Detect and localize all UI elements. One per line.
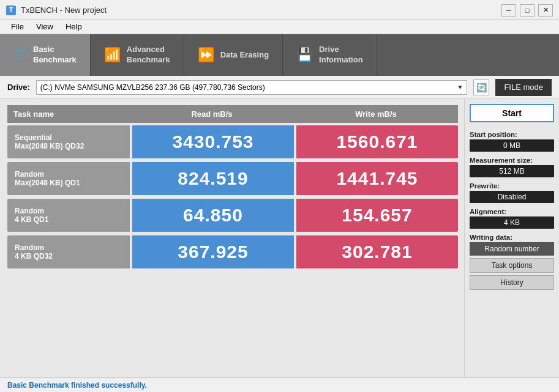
- bench-write-random-4kb-qd1: 154.657: [296, 199, 458, 232]
- writing-data-button[interactable]: Random number: [470, 242, 554, 256]
- drive-selector[interactable]: (C:) NVMe SAMSUNG MZVLB256 237.36 GB (49…: [36, 80, 468, 95]
- basic-benchmark-label: BasicBenchmark: [33, 45, 77, 65]
- drive-label: Drive:: [7, 83, 30, 92]
- bench-label-sequential: SequentialMax(2048 KB) QD32: [7, 125, 130, 158]
- data-erasing-icon: ⏩: [198, 47, 214, 63]
- bench-read-random-4kb-qd32: 367.925: [132, 235, 294, 268]
- start-button[interactable]: Start: [470, 104, 554, 122]
- drive-bar: Drive: (C:) NVMe SAMSUNG MZVLB256 237.36…: [0, 76, 559, 99]
- basic-benchmark-icon: ⏱: [13, 47, 27, 63]
- app-title: TxBENCH - New project: [21, 6, 107, 15]
- header-task-name: Task name: [7, 105, 130, 123]
- toolbar: ⏱ BasicBenchmark 📶 AdvancedBenchmark ⏩ D…: [0, 34, 559, 76]
- advanced-benchmark-icon: 📶: [104, 47, 121, 63]
- bench-write-sequential: 1560.671: [296, 125, 458, 158]
- bench-write-random-4kb-qd32: 302.781: [296, 235, 458, 268]
- close-button[interactable]: ✕: [538, 4, 553, 17]
- drive-refresh-button[interactable]: 🔄: [473, 80, 489, 95]
- drive-information-icon: 💾: [296, 47, 313, 63]
- measurement-size-label: Measurement size:: [470, 157, 554, 164]
- start-position-label: Start position:: [470, 131, 554, 138]
- bench-read-random-qd1-2048: 824.519: [132, 162, 294, 195]
- bench-label-random-4kb-qd32: Random4 KB QD32: [7, 235, 130, 268]
- title-bar-controls: ─ □ ✕: [501, 4, 553, 17]
- toolbar-drive-information[interactable]: 💾 DriveInformation: [283, 34, 377, 76]
- bench-label-random-4kb-qd1: Random4 KB QD1: [7, 199, 130, 232]
- header-write: Write mB/s: [294, 105, 458, 123]
- chevron-down-icon: ▼: [457, 84, 463, 91]
- drive-information-label: DriveInformation: [319, 45, 363, 65]
- status-bar: Basic Benchmark finished successfully.: [0, 377, 559, 392]
- writing-data-label: Writing data:: [470, 234, 554, 241]
- bench-read-sequential: 3430.753: [132, 125, 294, 158]
- benchmark-section: Task name Read mB/s Write mB/s Sequentia…: [0, 99, 464, 377]
- task-options-button[interactable]: Task options: [470, 258, 554, 273]
- toolbar-advanced-benchmark[interactable]: 📶 AdvancedBenchmark: [91, 34, 184, 76]
- header-read: Read mB/s: [130, 105, 294, 123]
- menu-file[interactable]: File: [5, 21, 30, 32]
- menu-help[interactable]: Help: [59, 21, 88, 32]
- menu-bar: File View Help: [0, 20, 559, 34]
- bench-label-random-qd1-2048: RandomMax(2048 KB) QD1: [7, 162, 130, 195]
- app-icon: T: [6, 6, 16, 15]
- status-text: Basic Benchmark finished successfully.: [7, 381, 147, 390]
- minimize-button[interactable]: ─: [501, 4, 516, 17]
- prewrite-value: Disabled: [470, 191, 554, 203]
- title-bar-left: T TxBENCH - New project: [6, 6, 107, 15]
- bench-row-random-qd1-2048: RandomMax(2048 KB) QD1 824.519 1441.745: [7, 162, 458, 195]
- bench-write-random-qd1-2048: 1441.745: [296, 162, 458, 195]
- drive-selector-value: (C:) NVMe SAMSUNG MZVLB256 237.36 GB (49…: [40, 83, 265, 92]
- bench-row-sequential: SequentialMax(2048 KB) QD32 3430.753 156…: [7, 125, 458, 158]
- right-panel: Start Start position: 0 MB Measurement s…: [464, 99, 559, 377]
- file-mode-button[interactable]: FILE mode: [495, 79, 552, 96]
- title-bar: T TxBENCH - New project ─ □ ✕: [0, 0, 559, 20]
- main-content: Task name Read mB/s Write mB/s Sequentia…: [0, 99, 559, 377]
- alignment-value: 4 KB: [470, 216, 554, 229]
- bench-read-random-4kb-qd1: 64.850: [132, 199, 294, 232]
- measurement-size-value: 512 MB: [470, 165, 554, 177]
- advanced-benchmark-label: AdvancedBenchmark: [127, 45, 170, 65]
- prewrite-label: Prewrite:: [470, 182, 554, 190]
- bench-row-random-4kb-qd32: Random4 KB QD32 367.925 302.781: [7, 235, 458, 268]
- menu-view[interactable]: View: [30, 21, 59, 32]
- alignment-label: Alignment:: [470, 208, 554, 215]
- bench-table-header: Task name Read mB/s Write mB/s: [7, 105, 458, 123]
- toolbar-data-erasing[interactable]: ⏩ Data Erasing: [184, 34, 283, 76]
- maximize-button[interactable]: □: [520, 4, 535, 17]
- toolbar-basic-benchmark[interactable]: ⏱ BasicBenchmark: [0, 34, 91, 76]
- bench-row-random-4kb-qd1: Random4 KB QD1 64.850 154.657: [7, 199, 458, 232]
- history-button[interactable]: History: [470, 275, 554, 290]
- data-erasing-label: Data Erasing: [220, 50, 269, 61]
- start-position-value: 0 MB: [470, 139, 554, 152]
